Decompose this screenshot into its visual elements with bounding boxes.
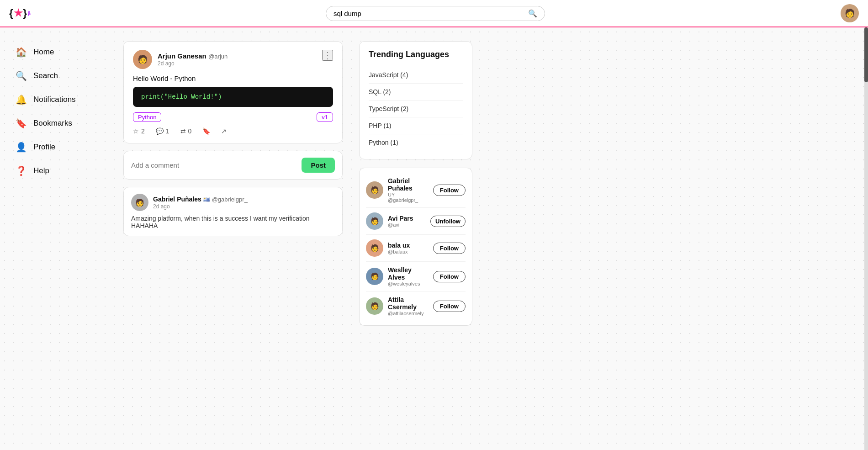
post-comment-button[interactable]: Post: [302, 158, 335, 173]
trending-item-js[interactable]: JavaScript (4): [369, 67, 463, 84]
suggest-info-0: Gabriel Puñales UY @gabrielgpr_: [388, 177, 429, 203]
trending-item-php[interactable]: PHP (1): [369, 117, 463, 134]
trending-item-ts[interactable]: TypeScript (2): [369, 101, 463, 117]
bookmark-icon: 🔖: [16, 118, 27, 129]
comment-user-name-row: Gabriel Puñales 🇺🇾 @gabrielgpr_: [153, 195, 248, 203]
follow-button-2[interactable]: Follow: [433, 243, 466, 254]
comment-box: Post: [123, 151, 343, 180]
sidebar-item-profile[interactable]: 👤 Profile: [9, 136, 105, 158]
post-avatar-emoji: 🧑: [138, 54, 148, 64]
follow-button-4[interactable]: Follow: [433, 301, 466, 312]
bell-icon: 🔔: [16, 94, 27, 105]
post-card: 🧑 Arjun Ganesan @arjun 2d ago ⋮ Hello Wo…: [123, 41, 343, 143]
post-avatar: 🧑: [133, 50, 152, 69]
search-input[interactable]: [333, 10, 528, 17]
share-button[interactable]: ⇄ 0: [180, 127, 192, 135]
scrollbar-thumb[interactable]: [864, 27, 868, 82]
suggest-avatar-2: 🧑: [366, 239, 383, 257]
suggest-handle-4: @attilacsermely: [388, 311, 429, 316]
suggest-avatar-4: 🧑: [366, 297, 383, 315]
comment-button[interactable]: 💬 1: [156, 127, 169, 135]
unfollow-button-1[interactable]: Unfollow: [430, 216, 466, 227]
logo-beta: β: [27, 11, 30, 16]
header: {★}β 🔍 🧑: [0, 0, 868, 27]
post-tag-python[interactable]: Python: [133, 112, 161, 122]
suggest-avatar-0: 🧑: [366, 181, 383, 199]
trending-item-python[interactable]: Python (1): [369, 134, 463, 151]
suggest-name-1: Avi Pars: [388, 215, 426, 222]
bookmark-button[interactable]: 🔖: [202, 127, 210, 135]
bookmark-icon: 🔖: [202, 127, 210, 135]
trending-title: Trending Languages: [369, 50, 463, 59]
suggest-row-3: 🧑 Weslley Alves @wesleyalves Follow: [366, 262, 466, 291]
post-tags-row: Python v1: [133, 112, 333, 122]
trending-item-sql[interactable]: SQL (2): [369, 84, 463, 101]
suggest-name-2: bala ux: [388, 242, 429, 249]
post-time: 2d ago: [158, 60, 228, 67]
code-keyword: print: [141, 93, 160, 101]
suggest-info-4: Attila Csermely @attilacsermely: [388, 296, 429, 316]
help-icon: ❓: [16, 165, 27, 176]
star-icon: ☆: [133, 127, 139, 135]
suggest-row-2: 🧑 bala ux @balaux Follow: [366, 235, 466, 262]
comment-input[interactable]: [131, 161, 297, 169]
follow-button-0[interactable]: Follow: [433, 185, 466, 196]
avatar-emoji: 🧑: [845, 8, 855, 18]
suggestions-card: 🧑 Gabriel Puñales UY @gabrielgpr_ Follow…: [359, 168, 472, 326]
suggest-avatar-1: 🧑: [366, 212, 383, 230]
scrollbar[interactable]: [864, 27, 868, 450]
search-nav-icon: 🔍: [16, 70, 27, 81]
profile-icon: 👤: [16, 142, 27, 153]
avatar[interactable]: 🧑: [841, 4, 859, 22]
suggest-handle-0: @gabrielgpr_: [388, 197, 429, 203]
comment-count: 1: [166, 127, 169, 135]
follow-button-3[interactable]: Follow: [433, 271, 466, 282]
sidebar-item-notifications[interactable]: 🔔 Notifications: [9, 89, 105, 111]
main-feed: 🧑 Arjun Ganesan @arjun 2d ago ⋮ Hello Wo…: [114, 27, 352, 450]
post-user-details: Arjun Ganesan @arjun 2d ago: [158, 52, 228, 67]
logo-left-bracket: {: [9, 7, 13, 19]
code-parens-close: ): [218, 93, 222, 101]
external-share-button[interactable]: ↗: [221, 127, 227, 135]
share-count: 0: [188, 127, 192, 135]
sidebar-item-label-help: Help: [33, 166, 49, 175]
suggest-info-1: Avi Pars @avi: [388, 215, 426, 228]
comment-item: 🧑 Gabriel Puñales 🇺🇾 @gabrielgpr_ 2d ago…: [123, 187, 343, 236]
suggest-handle-3: @wesleyalves: [388, 281, 429, 286]
comment-user-name: Gabriel Puñales: [153, 196, 201, 203]
comment-avatar-emoji: 🧑: [135, 198, 144, 207]
post-menu-button[interactable]: ⋮: [322, 50, 333, 61]
post-version-tag[interactable]: v1: [317, 112, 333, 122]
star-button[interactable]: ☆ 2: [133, 127, 145, 135]
sidebar: 🏠 Home 🔍 Search 🔔 Notifications 🔖 Bookma…: [0, 27, 114, 450]
sidebar-item-bookmarks[interactable]: 🔖 Bookmarks: [9, 112, 105, 134]
comment-user-details: Gabriel Puñales 🇺🇾 @gabrielgpr_ 2d ago: [153, 195, 248, 210]
sidebar-item-label-search: Search: [33, 71, 58, 80]
suggest-row-4: 🧑 Attila Csermely @attilacsermely Follow: [366, 291, 466, 321]
star-count: 2: [141, 127, 145, 135]
suggest-location-0: UY: [388, 192, 429, 197]
comment-avatar: 🧑: [131, 194, 148, 211]
suggest-name-0: Gabriel Puñales: [388, 177, 429, 192]
sidebar-item-search[interactable]: 🔍 Search: [9, 65, 105, 87]
suggest-name-3: Weslley Alves: [388, 266, 429, 281]
search-icon[interactable]: 🔍: [528, 9, 537, 18]
post-user-name: Arjun Ganesan: [158, 52, 206, 60]
code-string: "Hello World!": [164, 93, 218, 101]
sidebar-item-home[interactable]: 🏠 Home: [9, 41, 105, 63]
sidebar-item-label-home: Home: [33, 48, 54, 57]
comment-handle: @gabrielgpr_: [212, 196, 248, 203]
suggest-handle-2: @balaux: [388, 249, 429, 254]
logo[interactable]: {★}β: [9, 7, 30, 19]
post-title: Hello World - Python: [133, 74, 333, 82]
sidebar-item-help[interactable]: ❓ Help: [9, 160, 105, 182]
post-header: 🧑 Arjun Ganesan @arjun 2d ago ⋮: [133, 50, 333, 69]
comment-icon: 💬: [156, 127, 164, 135]
comment-text: Amazing platform, when this is a success…: [131, 215, 335, 229]
suggest-info-2: bala ux @balaux: [388, 242, 429, 254]
right-panel: Trending Languages JavaScript (4) SQL (2…: [352, 27, 480, 450]
suggest-name-4: Attila Csermely: [388, 296, 429, 311]
search-bar: 🔍: [326, 6, 545, 21]
logo-star: ★: [14, 7, 22, 19]
post-actions: ☆ 2 💬 1 ⇄ 0 🔖 ↗: [133, 127, 333, 135]
